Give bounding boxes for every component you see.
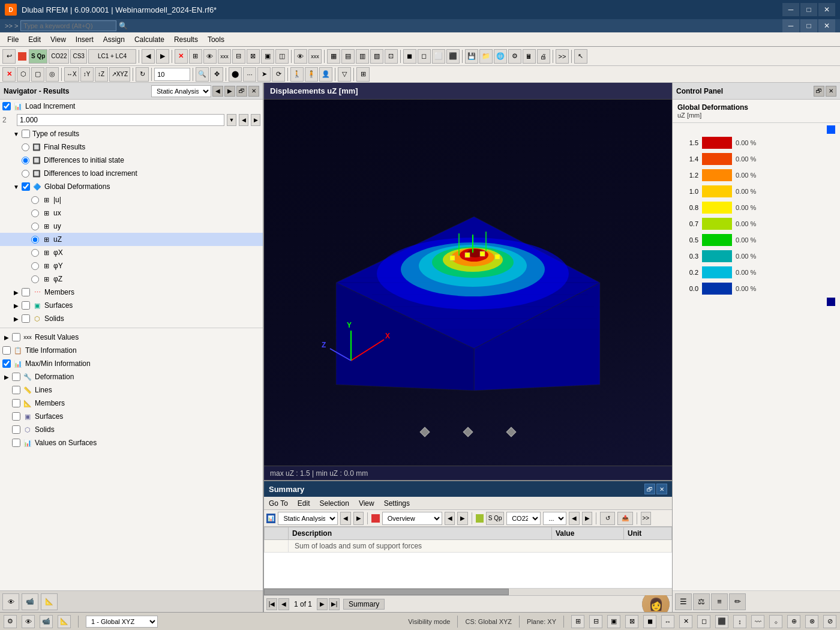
nav-uz[interactable]: ⊞ uZ <box>0 233 263 246</box>
nav-surfaces2[interactable]: ▣ Surfaces <box>0 410 263 423</box>
diff-load-radio[interactable] <box>22 170 29 178</box>
title-bar-controls[interactable]: ─ □ ✕ <box>782 3 835 16</box>
tb-view1[interactable]: ⊞ <box>189 49 202 64</box>
tb2-dots[interactable]: ··· <box>243 67 256 82</box>
summary-page-prev-btn[interactable]: ◀ <box>278 598 289 610</box>
tb-save[interactable]: 💾 <box>465 49 478 64</box>
phix-radio[interactable] <box>31 249 39 257</box>
status-tb-btn6[interactable]: ↔ <box>661 615 674 628</box>
summary-overview[interactable]: Overview <box>382 512 442 525</box>
tb-next[interactable]: ▶ <box>156 49 169 64</box>
summary-menu-selection[interactable]: Selection <box>317 498 352 509</box>
status-tb-btn14[interactable]: ⊗ <box>805 615 818 628</box>
tb-frame2[interactable]: ▤ <box>341 49 355 64</box>
close-button[interactable]: ✕ <box>818 3 835 16</box>
tb-shape1[interactable]: ▣ <box>261 49 274 64</box>
summary-sqp-btn[interactable]: S Qp <box>486 512 504 525</box>
tb-x-mark[interactable]: ✕ <box>175 49 188 64</box>
summary-menu-edit[interactable]: Edit <box>295 498 313 509</box>
phiy-radio[interactable] <box>31 262 39 270</box>
nav-bottom-btn2[interactable]: 📹 <box>22 593 38 610</box>
tb2-cube[interactable]: ⬡ <box>17 67 30 82</box>
cp-icon-btn2[interactable]: ⚖ <box>693 593 710 610</box>
status-tb-btn4[interactable]: ⊠ <box>625 615 638 628</box>
tb2-man3[interactable]: 👤 <box>319 67 332 82</box>
status-tb-btn15[interactable]: ⊘ <box>823 615 836 628</box>
summary-co22[interactable]: CO22 <box>506 512 541 525</box>
tb-render4[interactable]: ⬛ <box>446 49 460 64</box>
tb-grid2[interactable]: ⊠ <box>247 49 260 64</box>
tb-eye[interactable]: 👁 <box>294 49 307 64</box>
status-icon1[interactable]: ⚙ <box>4 615 17 628</box>
tb-xxx2[interactable]: xxx <box>308 49 322 64</box>
status-icon2[interactable]: 👁 <box>22 615 35 628</box>
cp-icon-btn1[interactable]: ☰ <box>675 593 692 610</box>
status-tb-btn1[interactable]: ⊞ <box>571 615 584 628</box>
summary-prev2-btn[interactable]: ◀ <box>445 512 455 525</box>
menu-calculate[interactable]: Calculate <box>130 34 169 45</box>
cp-restore-btn[interactable]: 🗗 <box>814 86 824 97</box>
status-icon4[interactable]: 📐 <box>58 615 71 628</box>
nav-uy[interactable]: ⊞ uy <box>0 220 263 233</box>
result-values-check[interactable] <box>12 333 20 341</box>
tb-xxx1[interactable]: xxx <box>218 49 231 64</box>
summary-co-prev-btn[interactable]: ◀ <box>569 512 579 525</box>
tb-cs3[interactable]: CS3 <box>70 49 86 64</box>
nav-maxmin-information[interactable]: 📊 Max/Min Information <box>0 357 263 370</box>
tb-more[interactable]: >> <box>556 49 569 64</box>
load-increment-check[interactable] <box>2 102 11 110</box>
nav-diff-load[interactable]: 🔲 Differences to load increment <box>0 167 263 180</box>
summary-dots[interactable]: ... <box>543 512 566 525</box>
load-increment-next-btn[interactable]: ▶ <box>251 114 260 126</box>
nav-diff-initial[interactable]: 🔲 Differences to initial state <box>0 154 263 167</box>
tb-view2[interactable]: 👁 <box>203 49 217 64</box>
load-increment-input[interactable] <box>17 114 224 126</box>
status-tb-btn5[interactable]: ◼ <box>643 615 656 628</box>
nav-result-values[interactable]: ▶ xxx Result Values <box>0 331 263 344</box>
tb2-filter[interactable]: ▽ <box>338 67 351 82</box>
summary-summary-btn[interactable]: Summary <box>343 599 385 610</box>
menu-insert[interactable]: Insert <box>71 34 98 45</box>
lines-check[interactable] <box>12 386 20 394</box>
menu-view[interactable]: View <box>46 34 71 45</box>
nav-title-information[interactable]: 📋 Title Information <box>0 344 263 357</box>
uy-radio[interactable] <box>31 223 39 230</box>
tb2-node[interactable]: ◎ <box>46 67 59 82</box>
restore-button[interactable]: □ <box>800 3 817 16</box>
final-results-radio[interactable] <box>22 143 29 151</box>
nav-phiz[interactable]: ⊞ φZ <box>0 272 263 286</box>
tb2-y[interactable]: ↕Y <box>80 67 94 82</box>
menu-edit[interactable]: Edit <box>23 34 46 45</box>
values-on-surfaces-check[interactable] <box>12 439 20 447</box>
summary-refresh-btn[interactable]: ↺ <box>600 512 615 525</box>
nav-abs-u[interactable]: ⊞ |u| <box>0 193 263 206</box>
summary-hscroll[interactable] <box>264 588 672 595</box>
sub-restore-button[interactable]: □ <box>800 19 817 32</box>
global-deformations-check[interactable] <box>22 182 30 191</box>
cp-close-btn[interactable]: ✕ <box>826 86 836 97</box>
tb-lc[interactable]: LC1 + LC4 <box>88 49 136 64</box>
navigator-next-btn[interactable]: ▶ <box>224 86 235 97</box>
tb2-arrow[interactable]: ➤ <box>257 67 271 82</box>
sub-minimize-button[interactable]: ─ <box>782 19 799 32</box>
status-tb-btn12[interactable]: ⬦ <box>769 615 782 628</box>
zoom-input[interactable] <box>154 68 190 81</box>
status-tb-btn8[interactable]: ◻ <box>697 615 710 628</box>
menu-tools[interactable]: Tools <box>203 34 229 45</box>
menu-results[interactable]: Results <box>169 34 203 45</box>
tb-render1[interactable]: ◼ <box>403 49 416 64</box>
nav-load-increment[interactable]: 📊 Load Increment <box>0 100 263 113</box>
solids-check[interactable] <box>22 314 30 323</box>
nav-values-on-surfaces[interactable]: 📊 Values on Surfaces <box>0 436 263 449</box>
members-check[interactable] <box>22 288 30 296</box>
tb-web[interactable]: 🌐 <box>494 49 507 64</box>
tb2-man2[interactable]: 🧍 <box>305 67 318 82</box>
load-increment-prev-btn[interactable]: ◀ <box>239 114 248 126</box>
ux-radio[interactable] <box>31 209 39 217</box>
nav-members2[interactable]: 📐 Members <box>0 397 263 410</box>
summary-co-next-btn[interactable]: ▶ <box>582 512 592 525</box>
tb2-box[interactable]: ▢ <box>31 67 44 82</box>
tb2-node2[interactable]: ⬤ <box>229 67 242 82</box>
summary-menu-goto[interactable]: Go To <box>266 498 290 509</box>
summary-more-btn[interactable]: >> <box>641 512 651 525</box>
